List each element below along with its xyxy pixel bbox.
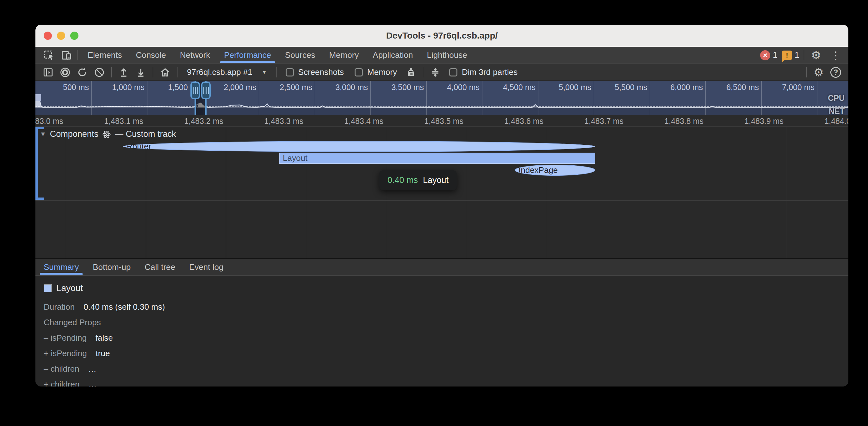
flame-grid-line: [66, 127, 66, 259]
tab-sources[interactable]: Sources: [278, 47, 322, 64]
details-tab-bar: SummaryBottom-upCall treeEvent log: [35, 259, 848, 275]
flame-grid-line: [786, 127, 786, 259]
summary-row-ispending: – isPendingfalse: [44, 333, 848, 343]
detail-time-ruler: 1,483.0 ms1,483.1 ms1,483.2 ms1,483.3 ms…: [35, 116, 848, 127]
summary-row-value: true: [96, 349, 110, 358]
screenshots-checkbox[interactable]: Screenshots: [286, 67, 344, 77]
summary-row-value: false: [96, 333, 113, 343]
capture-settings-gear-icon[interactable]: ⚙: [811, 65, 826, 79]
collapse-shortcuts-icon[interactable]: [428, 65, 443, 79]
help-icon[interactable]: ?: [828, 65, 843, 79]
collect-garbage-icon[interactable]: [403, 65, 418, 79]
flame-span-layout[interactable]: Layout: [279, 153, 595, 164]
tab-event-log[interactable]: Event log: [182, 259, 230, 275]
ruler-tick-label: 1,483.9 ms: [744, 117, 786, 126]
chevron-down-icon: ▼: [262, 69, 267, 75]
summary-row-value: 0.40 ms (self 0.30 ms): [84, 302, 165, 312]
clear-icon[interactable]: [92, 65, 107, 79]
performance-toolbar: 97r6ql.csb.app #1 ▼ Screenshots Memory D…: [35, 64, 848, 81]
track-header[interactable]: ▼ Components — Custom track: [40, 129, 176, 139]
summary-row-label: + children: [44, 380, 80, 387]
tab-application[interactable]: Application: [366, 47, 420, 64]
ruler-tick-label: 1,483.7 ms: [584, 117, 626, 126]
more-options-kebab-icon[interactable]: ⋮: [828, 48, 843, 62]
close-window-button[interactable]: [44, 32, 52, 40]
timeline-overview[interactable]: 500 ms1,000 ms1,500 ms2,000 ms2,500 ms3,…: [35, 81, 848, 116]
flame-grid-line: [706, 127, 706, 259]
memory-label: Memory: [367, 67, 397, 77]
history-dropdown[interactable]: 97r6ql.csb.app #1 ▼: [182, 67, 272, 77]
toggle-device-toolbar-icon[interactable]: [59, 48, 74, 62]
ruler-tick-label: 1,483.0 ms: [35, 117, 66, 126]
track-subtitle: — Custom track: [115, 129, 176, 139]
ruler-tick-label: 1,483.5 ms: [424, 117, 466, 126]
issue-icon: !: [782, 51, 792, 60]
zoom-window-button[interactable]: [70, 32, 79, 40]
tab-elements[interactable]: Elements: [81, 47, 129, 64]
divider: [153, 67, 153, 77]
overview-net-band: [35, 107, 848, 116]
record-icon[interactable]: [58, 65, 73, 79]
tab-bottom-up[interactable]: Bottom-up: [86, 259, 137, 275]
flame-span-indexpage[interactable]: IndexPage: [515, 165, 595, 176]
span-tooltip: 0.40 ms Layout: [379, 170, 457, 190]
devtools-tab-bar: ElementsConsoleNetworkPerformanceSources…: [35, 47, 848, 64]
issues-badge[interactable]: ! 1: [782, 50, 799, 60]
divider: [77, 50, 78, 60]
traffic-lights: [44, 25, 79, 47]
summary-title: Layout: [56, 283, 83, 293]
flame-grid-line: [626, 127, 626, 259]
summary-row-duration: Duration0.40 ms (self 0.30 ms): [44, 302, 848, 312]
cpu-strip-label: CPU: [828, 94, 845, 103]
divider: [804, 50, 804, 60]
summary-row-value: …: [88, 364, 96, 374]
window-title: DevTools - 97r6ql.csb.app/: [386, 31, 498, 41]
tab-summary[interactable]: Summary: [37, 259, 86, 275]
event-color-swatch: [44, 284, 52, 292]
ruler-tick-label: 1,483.2 ms: [184, 117, 226, 126]
load-profile-icon[interactable]: [116, 65, 131, 79]
summary-row-label: – children: [44, 364, 80, 374]
selection-left-handle[interactable]: [190, 81, 200, 99]
home-icon[interactable]: [158, 65, 173, 79]
checkbox-box: [286, 68, 294, 76]
tab-console[interactable]: Console: [129, 47, 173, 64]
net-strip-label: NET: [829, 107, 845, 116]
panel-tabs: ElementsConsoleNetworkPerformanceSources…: [81, 47, 474, 64]
flame-chart[interactable]: ▼ Components — Custom track RouterLayout…: [35, 127, 848, 259]
tab-lighthouse[interactable]: Lighthouse: [420, 47, 474, 64]
toggle-sidebar-icon[interactable]: [40, 65, 56, 79]
console-errors-badge[interactable]: × 1: [760, 50, 778, 60]
ruler-tick-label: 1,483.3 ms: [264, 117, 306, 126]
summary-row-label: Duration: [44, 302, 75, 312]
save-profile-icon[interactable]: [133, 65, 148, 79]
track-title: Components: [50, 129, 98, 139]
ruler-tick-label: 1,483.6 ms: [504, 117, 546, 126]
history-dropdown-value: 97r6ql.csb.app #1: [187, 67, 252, 77]
tab-call-tree[interactable]: Call tree: [137, 259, 182, 275]
error-icon: ×: [760, 50, 770, 60]
selection-right-handle[interactable]: [201, 81, 211, 99]
tab-network[interactable]: Network: [173, 47, 217, 64]
divider: [806, 67, 807, 77]
react-atom-icon: [102, 130, 111, 139]
reload-record-icon[interactable]: [75, 65, 90, 79]
dim-3rd-parties-checkbox[interactable]: Dim 3rd parties: [449, 67, 518, 77]
summary-row-changed-props: Changed Props: [44, 318, 848, 327]
tooltip-label: Layout: [423, 175, 448, 185]
summary-pane: Layout Duration0.40 ms (self 0.30 ms)Cha…: [35, 275, 848, 387]
settings-gear-icon[interactable]: ⚙: [809, 48, 824, 62]
overview-dashed-line: [35, 106, 848, 107]
divider: [111, 67, 112, 77]
collapse-triangle-icon[interactable]: ▼: [40, 131, 46, 138]
minimize-window-button[interactable]: [57, 32, 65, 40]
summary-row-children: – children…: [44, 364, 848, 374]
tab-performance[interactable]: Performance: [217, 47, 278, 64]
ruler-tick-label: 1,483.8 ms: [664, 117, 706, 126]
dim-3rd-parties-label: Dim 3rd parties: [462, 67, 518, 77]
tab-memory[interactable]: Memory: [322, 47, 366, 64]
memory-checkbox[interactable]: Memory: [354, 67, 397, 77]
inspect-element-icon[interactable]: [41, 48, 56, 62]
flame-span-router[interactable]: Router: [123, 141, 595, 152]
overview-start-block: [35, 94, 41, 101]
